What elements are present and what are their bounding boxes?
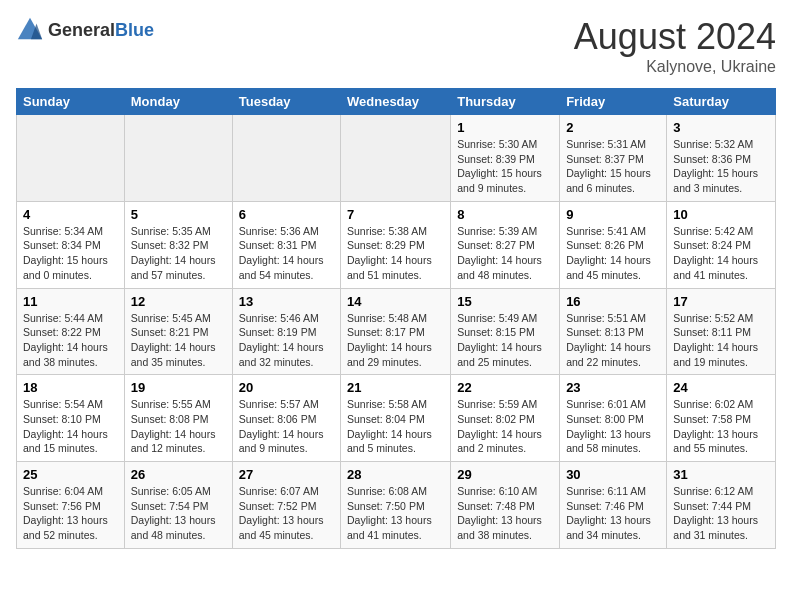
- day-cell: 26Sunrise: 6:05 AMSunset: 7:54 PMDayligh…: [124, 462, 232, 549]
- day-cell: 7Sunrise: 5:38 AMSunset: 8:29 PMDaylight…: [341, 201, 451, 288]
- day-cell: 2Sunrise: 5:31 AMSunset: 8:37 PMDaylight…: [560, 115, 667, 202]
- day-number: 10: [673, 207, 769, 222]
- day-number: 29: [457, 467, 553, 482]
- day-info: Sunrise: 5:46 AMSunset: 8:19 PMDaylight:…: [239, 311, 334, 370]
- day-number: 22: [457, 380, 553, 395]
- day-info: Sunrise: 6:04 AMSunset: 7:56 PMDaylight:…: [23, 484, 118, 543]
- day-number: 9: [566, 207, 660, 222]
- day-number: 3: [673, 120, 769, 135]
- day-cell: 13Sunrise: 5:46 AMSunset: 8:19 PMDayligh…: [232, 288, 340, 375]
- title-block: August 2024 Kalynove, Ukraine: [574, 16, 776, 76]
- day-number: 31: [673, 467, 769, 482]
- day-cell: [17, 115, 125, 202]
- day-number: 15: [457, 294, 553, 309]
- day-cell: 25Sunrise: 6:04 AMSunset: 7:56 PMDayligh…: [17, 462, 125, 549]
- week-row-1: 1Sunrise: 5:30 AMSunset: 8:39 PMDaylight…: [17, 115, 776, 202]
- day-info: Sunrise: 5:45 AMSunset: 8:21 PMDaylight:…: [131, 311, 226, 370]
- day-info: Sunrise: 6:12 AMSunset: 7:44 PMDaylight:…: [673, 484, 769, 543]
- day-info: Sunrise: 5:55 AMSunset: 8:08 PMDaylight:…: [131, 397, 226, 456]
- col-header-sunday: Sunday: [17, 89, 125, 115]
- day-cell: 17Sunrise: 5:52 AMSunset: 8:11 PMDayligh…: [667, 288, 776, 375]
- day-cell: 31Sunrise: 6:12 AMSunset: 7:44 PMDayligh…: [667, 462, 776, 549]
- subtitle: Kalynove, Ukraine: [574, 58, 776, 76]
- day-cell: [124, 115, 232, 202]
- day-number: 19: [131, 380, 226, 395]
- day-number: 5: [131, 207, 226, 222]
- day-info: Sunrise: 5:30 AMSunset: 8:39 PMDaylight:…: [457, 137, 553, 196]
- day-number: 4: [23, 207, 118, 222]
- calendar-table: SundayMondayTuesdayWednesdayThursdayFrid…: [16, 88, 776, 549]
- day-number: 17: [673, 294, 769, 309]
- day-info: Sunrise: 5:52 AMSunset: 8:11 PMDaylight:…: [673, 311, 769, 370]
- day-cell: 14Sunrise: 5:48 AMSunset: 8:17 PMDayligh…: [341, 288, 451, 375]
- day-cell: 6Sunrise: 5:36 AMSunset: 8:31 PMDaylight…: [232, 201, 340, 288]
- week-row-2: 4Sunrise: 5:34 AMSunset: 8:34 PMDaylight…: [17, 201, 776, 288]
- col-header-monday: Monday: [124, 89, 232, 115]
- day-cell: 1Sunrise: 5:30 AMSunset: 8:39 PMDaylight…: [451, 115, 560, 202]
- day-number: 24: [673, 380, 769, 395]
- day-number: 7: [347, 207, 444, 222]
- day-info: Sunrise: 6:01 AMSunset: 8:00 PMDaylight:…: [566, 397, 660, 456]
- day-number: 27: [239, 467, 334, 482]
- col-header-wednesday: Wednesday: [341, 89, 451, 115]
- day-cell: 27Sunrise: 6:07 AMSunset: 7:52 PMDayligh…: [232, 462, 340, 549]
- day-info: Sunrise: 6:08 AMSunset: 7:50 PMDaylight:…: [347, 484, 444, 543]
- day-cell: 29Sunrise: 6:10 AMSunset: 7:48 PMDayligh…: [451, 462, 560, 549]
- day-cell: 20Sunrise: 5:57 AMSunset: 8:06 PMDayligh…: [232, 375, 340, 462]
- day-number: 30: [566, 467, 660, 482]
- main-title: August 2024: [574, 16, 776, 58]
- day-info: Sunrise: 6:02 AMSunset: 7:58 PMDaylight:…: [673, 397, 769, 456]
- day-cell: 11Sunrise: 5:44 AMSunset: 8:22 PMDayligh…: [17, 288, 125, 375]
- day-info: Sunrise: 6:05 AMSunset: 7:54 PMDaylight:…: [131, 484, 226, 543]
- day-number: 2: [566, 120, 660, 135]
- day-cell: 5Sunrise: 5:35 AMSunset: 8:32 PMDaylight…: [124, 201, 232, 288]
- day-cell: [232, 115, 340, 202]
- day-info: Sunrise: 5:34 AMSunset: 8:34 PMDaylight:…: [23, 224, 118, 283]
- day-info: Sunrise: 5:57 AMSunset: 8:06 PMDaylight:…: [239, 397, 334, 456]
- day-cell: 19Sunrise: 5:55 AMSunset: 8:08 PMDayligh…: [124, 375, 232, 462]
- day-cell: 12Sunrise: 5:45 AMSunset: 8:21 PMDayligh…: [124, 288, 232, 375]
- day-info: Sunrise: 5:35 AMSunset: 8:32 PMDaylight:…: [131, 224, 226, 283]
- logo-general: General: [48, 20, 115, 40]
- calendar-header-row: SundayMondayTuesdayWednesdayThursdayFrid…: [17, 89, 776, 115]
- day-cell: 16Sunrise: 5:51 AMSunset: 8:13 PMDayligh…: [560, 288, 667, 375]
- logo-blue: Blue: [115, 20, 154, 40]
- day-number: 11: [23, 294, 118, 309]
- day-info: Sunrise: 5:32 AMSunset: 8:36 PMDaylight:…: [673, 137, 769, 196]
- day-info: Sunrise: 5:44 AMSunset: 8:22 PMDaylight:…: [23, 311, 118, 370]
- day-number: 16: [566, 294, 660, 309]
- col-header-friday: Friday: [560, 89, 667, 115]
- week-row-5: 25Sunrise: 6:04 AMSunset: 7:56 PMDayligh…: [17, 462, 776, 549]
- logo: GeneralBlue: [16, 16, 154, 44]
- day-info: Sunrise: 5:41 AMSunset: 8:26 PMDaylight:…: [566, 224, 660, 283]
- day-number: 23: [566, 380, 660, 395]
- day-number: 1: [457, 120, 553, 135]
- day-info: Sunrise: 5:51 AMSunset: 8:13 PMDaylight:…: [566, 311, 660, 370]
- day-number: 6: [239, 207, 334, 222]
- week-row-4: 18Sunrise: 5:54 AMSunset: 8:10 PMDayligh…: [17, 375, 776, 462]
- day-info: Sunrise: 5:38 AMSunset: 8:29 PMDaylight:…: [347, 224, 444, 283]
- day-number: 26: [131, 467, 226, 482]
- day-info: Sunrise: 5:42 AMSunset: 8:24 PMDaylight:…: [673, 224, 769, 283]
- col-header-saturday: Saturday: [667, 89, 776, 115]
- day-info: Sunrise: 5:54 AMSunset: 8:10 PMDaylight:…: [23, 397, 118, 456]
- day-number: 25: [23, 467, 118, 482]
- day-cell: 21Sunrise: 5:58 AMSunset: 8:04 PMDayligh…: [341, 375, 451, 462]
- day-cell: 8Sunrise: 5:39 AMSunset: 8:27 PMDaylight…: [451, 201, 560, 288]
- calendar-body: 1Sunrise: 5:30 AMSunset: 8:39 PMDaylight…: [17, 115, 776, 549]
- day-info: Sunrise: 5:31 AMSunset: 8:37 PMDaylight:…: [566, 137, 660, 196]
- day-cell: 24Sunrise: 6:02 AMSunset: 7:58 PMDayligh…: [667, 375, 776, 462]
- col-header-tuesday: Tuesday: [232, 89, 340, 115]
- day-info: Sunrise: 6:10 AMSunset: 7:48 PMDaylight:…: [457, 484, 553, 543]
- day-info: Sunrise: 5:49 AMSunset: 8:15 PMDaylight:…: [457, 311, 553, 370]
- day-cell: 30Sunrise: 6:11 AMSunset: 7:46 PMDayligh…: [560, 462, 667, 549]
- day-info: Sunrise: 6:07 AMSunset: 7:52 PMDaylight:…: [239, 484, 334, 543]
- day-cell: [341, 115, 451, 202]
- day-number: 18: [23, 380, 118, 395]
- day-number: 8: [457, 207, 553, 222]
- day-number: 14: [347, 294, 444, 309]
- day-info: Sunrise: 6:11 AMSunset: 7:46 PMDaylight:…: [566, 484, 660, 543]
- day-number: 20: [239, 380, 334, 395]
- day-number: 28: [347, 467, 444, 482]
- day-info: Sunrise: 5:59 AMSunset: 8:02 PMDaylight:…: [457, 397, 553, 456]
